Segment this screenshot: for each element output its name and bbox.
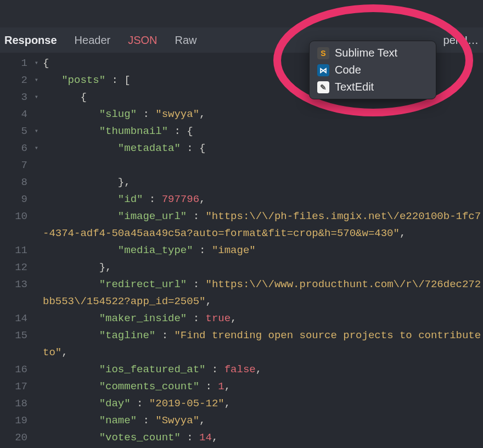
- line-number: 9: [0, 191, 31, 208]
- fold-icon[interactable]: ▾: [35, 55, 38, 72]
- line-number: 15: [0, 327, 31, 344]
- line-number: 5▾: [0, 123, 31, 140]
- code-line: 14 "maker_inside" : true,: [0, 310, 483, 327]
- code-content: "thumbnail" : {: [31, 123, 483, 140]
- fold-icon[interactable]: ▾: [35, 123, 38, 140]
- code-line: 13 "redirect_url" : "https:\/\/www.produ…: [0, 276, 483, 310]
- code-content: "day" : "2019-05-12",: [31, 395, 483, 412]
- code-line: 19 "name" : "Swyya",: [0, 412, 483, 429]
- menu-item-code[interactable]: ⋈ Code: [310, 61, 436, 79]
- fold-icon[interactable]: ▾: [35, 140, 38, 157]
- code-line: 8 },: [0, 174, 483, 191]
- menu-item-textedit[interactable]: ✎ TextEdit: [310, 79, 436, 96]
- code-content: "votes_count" : 14,: [31, 429, 483, 446]
- code-line: 15 "tagline" : "Find trending open sourc…: [0, 327, 483, 361]
- code-line: 18 "day" : "2019-05-12",: [0, 395, 483, 412]
- textedit-icon: ✎: [317, 81, 329, 93]
- tab-json[interactable]: JSON: [126, 33, 159, 48]
- code-content: "metadata" : {: [31, 140, 483, 157]
- tab-raw[interactable]: Raw: [173, 33, 199, 48]
- line-number: 4: [0, 106, 31, 123]
- code-line: 6▾ "metadata" : {: [0, 140, 483, 157]
- menu-item-label: TextEdit: [335, 81, 374, 93]
- line-number: 20: [0, 429, 31, 446]
- line-number: 16: [0, 361, 31, 378]
- line-number: 3▾: [0, 89, 31, 106]
- code-line: 7: [0, 157, 483, 174]
- code-line: 17 "comments_count" : 1,: [0, 378, 483, 395]
- line-number: 19: [0, 412, 31, 429]
- code-content: "id" : 797796,: [31, 191, 483, 208]
- menu-item-label: Sublime Text: [335, 47, 397, 59]
- code-line: 9 "id" : 797796,: [0, 191, 483, 208]
- fold-icon[interactable]: ▾: [35, 89, 38, 106]
- line-number: 8: [0, 174, 31, 191]
- line-number: 13: [0, 276, 31, 293]
- line-number: 17: [0, 378, 31, 395]
- line-number: 14: [0, 310, 31, 327]
- code-content: },: [31, 174, 483, 191]
- code-content: "redirect_url" : "https:\/\/www.producth…: [31, 276, 483, 310]
- code-line: 20 "votes_count" : 14,: [0, 429, 483, 446]
- code-content: "ios_featured_at" : false,: [31, 361, 483, 378]
- code-content: "image_url" : "https:\/\/ph-files.imgix.…: [31, 208, 483, 242]
- open-in-hint[interactable]: pen I…: [443, 34, 479, 47]
- line-number: 10: [0, 208, 31, 225]
- code-content: "comments_count" : 1,: [31, 378, 483, 395]
- line-number: 11: [0, 242, 31, 259]
- line-number: 18: [0, 395, 31, 412]
- tab-header[interactable]: Header: [72, 33, 113, 48]
- code-line: 12 },: [0, 259, 483, 276]
- line-number: 7: [0, 157, 31, 174]
- code-content: "slug" : "swyya",: [31, 106, 483, 123]
- line-number: 6▾: [0, 140, 31, 157]
- open-with-menu: S Sublime Text ⋈ Code ✎ TextEdit: [309, 41, 436, 99]
- code-line: 5▾ "thumbnail" : {: [0, 123, 483, 140]
- code-line: 11 "media_type" : "image": [0, 242, 483, 259]
- code-content: "maker_inside" : true,: [31, 310, 483, 327]
- code-content: "tagline" : "Find trending open source p…: [31, 327, 483, 361]
- code-line: 16 "ios_featured_at" : false,: [0, 361, 483, 378]
- code-line: 4 "slug" : "swyya",: [0, 106, 483, 123]
- sublime-icon: S: [317, 47, 329, 59]
- code-content: },: [31, 259, 483, 276]
- fold-icon[interactable]: ▾: [35, 72, 38, 89]
- tab-response[interactable]: Response: [2, 33, 59, 48]
- code-icon: ⋈: [317, 64, 329, 76]
- line-number: 12: [0, 259, 31, 276]
- menu-item-label: Code: [335, 64, 361, 76]
- code-content: "media_type" : "image": [31, 242, 483, 259]
- code-line: 10 "image_url" : "https:\/\/ph-files.img…: [0, 208, 483, 242]
- line-number: 2▾: [0, 72, 31, 89]
- json-editor[interactable]: 1▾{2▾ "posts" : [3▾ {4 "slug" : "swyya",…: [0, 53, 483, 448]
- code-content: "name" : "Swyya",: [31, 412, 483, 429]
- line-number: 1▾: [0, 55, 31, 72]
- menu-item-sublime[interactable]: S Sublime Text: [310, 44, 436, 61]
